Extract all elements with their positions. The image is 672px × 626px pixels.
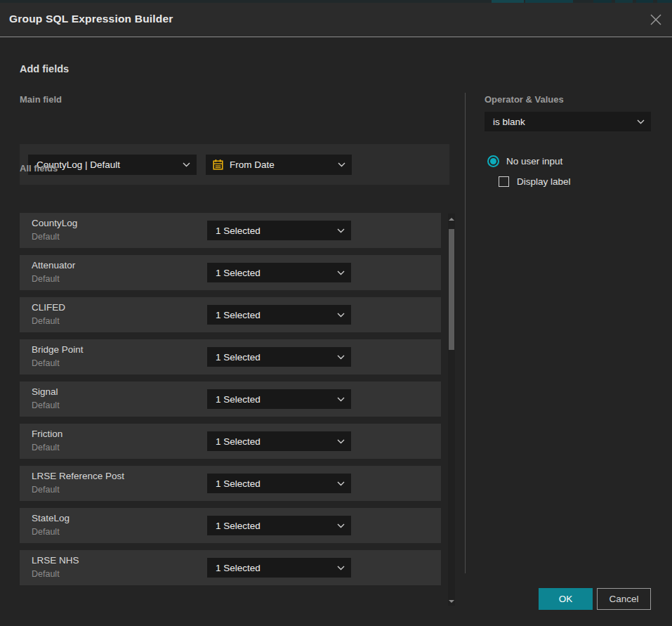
all-fields-heading: All fields <box>20 163 58 174</box>
main-field-heading: Main field <box>20 94 62 105</box>
field-subtitle: Default <box>32 527 60 537</box>
screen: Group SQL Expression Builder Add fields … <box>0 0 672 626</box>
group-sql-expression-builder-dialog: Group SQL Expression Builder Add fields … <box>0 3 672 626</box>
scroll-down-arrow-icon[interactable] <box>449 600 454 603</box>
chevron-down-icon <box>337 566 345 570</box>
chevron-down-icon <box>338 162 345 167</box>
field-name: Bridge Point <box>32 344 84 355</box>
field-row: Signal Default 1 Selected <box>20 382 441 417</box>
chevron-down-icon <box>637 119 645 124</box>
field-subtitle: Default <box>32 443 60 452</box>
field-row: Friction Default 1 Selected <box>20 424 441 459</box>
all-fields-list: CountyLog Default 1 Selected Attenuator … <box>20 213 441 592</box>
field-selected-value: 1 Selected <box>216 310 337 320</box>
main-field-field-value: From Date <box>230 159 338 170</box>
field-selected-dropdown[interactable]: 1 Selected <box>207 305 351 325</box>
chevron-down-icon <box>183 162 190 167</box>
chevron-down-icon <box>337 270 345 275</box>
chevron-down-icon <box>337 481 345 486</box>
chevron-down-icon <box>337 313 345 318</box>
panel-divider <box>465 93 466 573</box>
ok-button[interactable]: OK <box>539 588 593 610</box>
calendar-icon <box>212 159 224 171</box>
close-icon[interactable] <box>649 13 663 27</box>
operator-values-heading: Operator & Values <box>485 94 564 105</box>
chevron-down-icon <box>337 439 345 444</box>
field-row: StateLog Default 1 Selected <box>20 508 441 543</box>
no-user-input-label: No user input <box>506 156 562 167</box>
field-selected-dropdown[interactable]: 1 Selected <box>207 263 351 282</box>
field-name: LRSE NHS <box>32 555 79 566</box>
radio-selected-icon <box>487 155 499 167</box>
checkbox-unchecked-icon <box>499 176 509 187</box>
field-row: Attenuator Default 1 Selected <box>20 255 441 290</box>
field-selected-value: 1 Selected <box>216 226 337 236</box>
field-name: LRSE Reference Post <box>32 471 124 481</box>
field-selected-value: 1 Selected <box>216 436 337 447</box>
field-subtitle: Default <box>32 358 60 368</box>
field-selected-dropdown[interactable]: 1 Selected <box>207 558 351 578</box>
main-field-panel: CountyLog | Default <box>20 144 449 185</box>
field-row: CLIFED Default 1 Selected <box>20 297 441 332</box>
field-selected-dropdown[interactable]: 1 Selected <box>207 347 351 367</box>
dialog-body: Add fields Main field CountyLog | Defaul… <box>0 38 672 626</box>
field-subtitle: Default <box>32 316 60 326</box>
add-fields-heading: Add fields <box>20 63 69 74</box>
field-name: CountyLog <box>32 218 77 228</box>
field-name: Friction <box>32 429 62 439</box>
field-selected-value: 1 Selected <box>216 352 337 363</box>
no-user-input-radio[interactable]: No user input <box>487 155 562 167</box>
field-selected-value: 1 Selected <box>216 521 337 531</box>
field-subtitle: Default <box>32 400 60 410</box>
dialog-title: Group SQL Expression Builder <box>9 13 173 25</box>
field-selected-value: 1 Selected <box>216 563 337 573</box>
dialog-header: Group SQL Expression Builder <box>0 3 672 37</box>
chevron-down-icon <box>337 523 345 528</box>
field-subtitle: Default <box>32 274 60 284</box>
field-row: LRSE NHS Default 1 Selected <box>20 550 441 585</box>
field-row: CountyLog Default 1 Selected <box>20 213 441 248</box>
field-name: Attenuator <box>32 260 75 270</box>
field-selected-dropdown[interactable]: 1 Selected <box>207 516 351 535</box>
chevron-down-icon <box>337 228 345 233</box>
field-selected-dropdown[interactable]: 1 Selected <box>207 431 351 451</box>
field-name: StateLog <box>32 513 70 523</box>
field-name: Signal <box>32 386 58 397</box>
main-field-field-dropdown[interactable]: From Date <box>206 155 352 175</box>
scrollbar-thumb[interactable] <box>449 229 454 350</box>
chevron-down-icon <box>337 397 345 402</box>
field-selected-dropdown[interactable]: 1 Selected <box>207 474 351 493</box>
scroll-up-arrow-icon[interactable] <box>449 218 454 221</box>
field-name: CLIFED <box>32 302 65 313</box>
field-selected-value: 1 Selected <box>216 394 337 405</box>
field-subtitle: Default <box>32 569 60 579</box>
main-field-source-value: CountyLog | Default <box>37 159 183 170</box>
chevron-down-icon <box>337 355 345 360</box>
all-fields-scrollbar[interactable] <box>448 214 455 606</box>
display-label-checkbox[interactable]: Display label <box>499 176 571 187</box>
field-subtitle: Default <box>32 232 60 242</box>
operator-value: is blank <box>493 117 637 127</box>
field-selected-value: 1 Selected <box>216 268 337 278</box>
field-selected-dropdown[interactable]: 1 Selected <box>207 389 351 409</box>
field-row: LRSE Reference Post Default 1 Selected <box>20 466 441 501</box>
field-subtitle: Default <box>32 485 60 495</box>
field-selected-dropdown[interactable]: 1 Selected <box>207 221 351 240</box>
display-label-label: Display label <box>517 176 571 187</box>
operator-dropdown[interactable]: is blank <box>485 112 651 131</box>
cancel-button[interactable]: Cancel <box>597 588 651 610</box>
field-row: Bridge Point Default 1 Selected <box>20 339 441 374</box>
field-selected-value: 1 Selected <box>216 478 337 489</box>
